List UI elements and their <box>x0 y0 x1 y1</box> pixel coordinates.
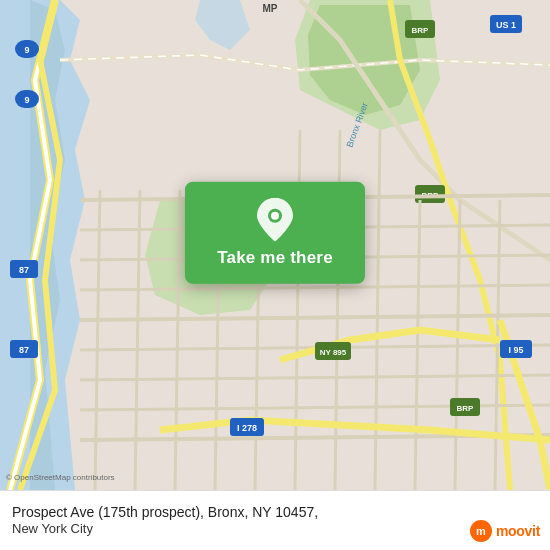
svg-text:I 278: I 278 <box>237 423 257 433</box>
moovit-logo: m moovit <box>470 520 540 542</box>
bottom-bar: Prospect Ave (175th prospect), Bronx, NY… <box>0 490 550 550</box>
svg-text:BRP: BRP <box>457 404 475 413</box>
city-line: New York City <box>12 521 538 538</box>
location-card[interactable]: Take me there <box>185 182 365 284</box>
svg-text:NY 895: NY 895 <box>320 348 347 357</box>
svg-text:BRP: BRP <box>412 26 430 35</box>
svg-text:US 1: US 1 <box>496 20 516 30</box>
take-me-there-button-label: Take me there <box>209 248 341 268</box>
svg-text:87: 87 <box>19 345 29 355</box>
svg-point-27 <box>271 212 279 220</box>
address-line: Prospect Ave (175th prospect), Bronx, NY… <box>12 503 538 521</box>
svg-text:m: m <box>476 525 486 537</box>
svg-text:9: 9 <box>24 45 29 55</box>
svg-text:MP: MP <box>263 3 278 14</box>
moovit-icon: m <box>470 520 492 542</box>
svg-text:9: 9 <box>24 95 29 105</box>
svg-text:87: 87 <box>19 265 29 275</box>
svg-text:© OpenStreetMap contributors: © OpenStreetMap contributors <box>6 473 115 482</box>
svg-text:I 95: I 95 <box>508 345 523 355</box>
moovit-brand-text: moovit <box>496 523 540 539</box>
location-pin-icon <box>257 198 293 242</box>
map-container: 87 87 9 9 BRP BRP US 1 <box>0 0 550 490</box>
